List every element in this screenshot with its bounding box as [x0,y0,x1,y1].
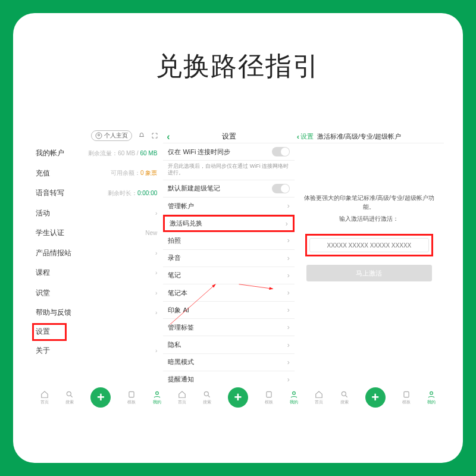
profile-chip[interactable]: 个人主页 [91,130,132,141]
svg-line-13 [345,395,347,397]
nav-me[interactable]: 我的 [290,390,298,405]
chevron-right-icon: › [155,270,157,276]
row-audio[interactable]: 录音› [163,250,294,267]
row-product-news[interactable]: 产品情报站› [32,243,163,264]
nav-home[interactable]: 首页 [178,390,186,405]
row-privacy[interactable]: 隐私› [163,336,294,353]
row-manage-account[interactable]: 管理帐户› [163,198,294,215]
bottom-navs: 首页 搜索 + 模板 我的 首页 搜索 + 模板 我的 首页 搜索 + 模板 我… [32,386,444,409]
template-icon [402,390,411,399]
new-badge: New [145,230,157,236]
chevron-right-icon: › [287,202,290,210]
row-activity[interactable]: 活动 › [32,203,163,224]
row-activation-code[interactable]: 激活码兑换› [163,215,294,232]
back-label[interactable]: 设置 [300,132,314,141]
nav-templates[interactable]: 模板 [402,390,411,405]
guide-card: 兑换路径指引 个人主页 我的帐户 剩余流量：60 MB / 60 MB [13,13,463,463]
nav-search[interactable]: 搜索 [203,390,211,405]
svg-rect-6 [129,392,134,397]
nav-me[interactable]: 我的 [427,390,436,405]
chevron-right-icon: › [155,210,157,217]
panel-c-header: ‹ 设置 激活标准/高级/专业/超级帐户 [295,130,444,143]
panel-b-header: ‹ 设置 [163,130,294,143]
chevron-right-icon: › [155,347,157,354]
row-manage-tags[interactable]: 管理标签› [163,319,294,336]
activation-code-input[interactable] [309,238,429,252]
profile-chip-label: 个人主页 [104,131,128,140]
template-icon [127,390,136,399]
row-my-account[interactable]: 我的帐户 剩余流量：60 MB / 60 MB [32,143,163,164]
row-notebook[interactable]: 笔记本› [163,284,294,302]
nav-home[interactable]: 首页 [40,390,49,405]
panel-settings: ‹ 设置 仅在 WiFi 连接时同步 开启此选项后，自动同步仅在通过 WiFi … [163,130,294,403]
row-shi-tang[interactable]: 识堂› [32,283,163,303]
back-icon[interactable]: ‹ [167,131,170,142]
row-settings[interactable]: 设置 [32,323,67,341]
bottom-nav-2: 首页 搜索 + 模板 我的 [170,386,307,409]
chevron-right-icon: › [287,306,290,314]
user-icon [95,132,102,139]
activation-prompt: 输入激活码进行激活： [302,215,437,223]
nav-home[interactable]: 首页 [315,390,323,405]
row-wifi-sync-desc: 开启此选项后，自动同步仅在通过 WiFi 连接网络时进行。 [163,161,294,180]
chevron-right-icon: › [286,220,288,228]
row-student[interactable]: 学生认证 New [32,223,163,243]
svg-point-4 [67,392,71,396]
row-courses[interactable]: 课程› [32,263,163,283]
row-yinxiang-ai[interactable]: 印象 AI› [163,302,294,319]
screenshot-panels: 个人主页 我的帐户 剩余流量：60 MB / 60 MB 充值 可用余额：0 象… [32,130,444,403]
chevron-right-icon: › [287,254,290,262]
user-icon [290,390,298,399]
row-wifi-sync[interactable]: 仅在 WiFi 连接时同步 [163,143,294,161]
row-voice[interactable]: 语音转写 剩余时长：0:00:00 [32,183,163,203]
panel-activation: ‹ 设置 激活标准/高级/专业/超级帐户 体验更强大的印象笔记标准/高级/专业/… [295,130,444,403]
home-icon [315,390,323,399]
scan-icon[interactable] [151,132,158,139]
chevron-right-icon: › [155,290,157,296]
row-dark-mode[interactable]: 暗黑模式› [163,354,294,371]
row-camera[interactable]: 拍照› [163,232,294,249]
chevron-right-icon: › [287,358,290,367]
template-icon [265,390,273,399]
activation-desc: 体验更强大的印象笔记标准/高级/专业/超级帐户功能。 [302,193,437,211]
panel-b-title: 设置 [222,131,236,142]
svg-point-1 [98,134,100,136]
svg-point-11 [293,392,296,394]
home-icon [40,390,49,399]
nav-add-button[interactable]: + [365,387,386,408]
nav-search[interactable]: 搜索 [340,390,349,405]
svg-point-15 [430,392,433,394]
chevron-right-icon: › [287,341,290,349]
svg-line-5 [71,395,73,397]
nav-me[interactable]: 我的 [153,390,161,405]
svg-point-12 [342,392,346,396]
row-about[interactable]: 关于› [32,341,163,361]
svg-point-8 [204,392,208,396]
activate-button[interactable]: 马上激活 [306,265,432,281]
nav-add-button[interactable]: + [228,387,248,408]
search-icon [203,390,211,399]
home-icon [178,390,186,399]
bottom-nav-3: 首页 搜索 + 模板 我的 [306,386,444,409]
chevron-right-icon: › [287,323,290,331]
search-icon [340,390,349,399]
nav-templates[interactable]: 模板 [127,390,136,405]
toggle-switch[interactable] [272,184,290,193]
back-icon[interactable]: ‹ [297,132,299,141]
nav-search[interactable]: 搜索 [65,390,74,405]
toggle-switch[interactable] [272,147,290,156]
chevron-right-icon: › [155,250,157,256]
nav-add-button[interactable]: + [90,387,111,408]
search-icon [65,390,74,399]
row-help[interactable]: 帮助与反馈› [32,303,163,323]
user-icon [427,390,436,399]
svg-line-9 [208,395,210,397]
row-super-note[interactable]: 默认新建超级笔记 [163,180,294,198]
svg-point-7 [155,392,158,394]
row-recharge[interactable]: 充值 可用余额：0 象票 [32,164,163,184]
svg-rect-14 [404,392,409,397]
bell-icon[interactable] [138,132,145,139]
row-note[interactable]: 笔记› [163,267,294,284]
nav-templates[interactable]: 模板 [265,390,273,405]
chevron-right-icon: › [287,375,290,384]
